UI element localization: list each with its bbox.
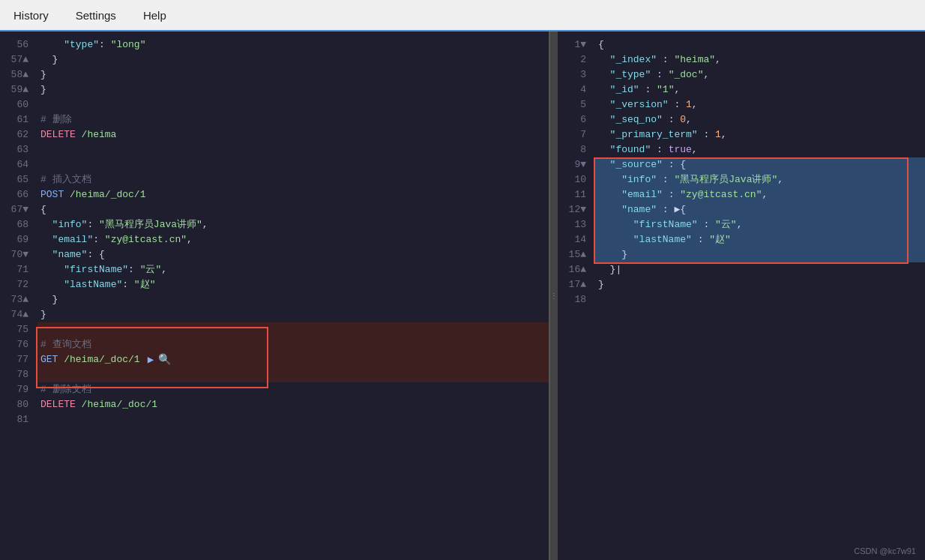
left-code-line-24: # 删除文档 — [37, 382, 549, 397]
right-code-line-5: "_version" : 1, — [595, 97, 925, 112]
right-line-num-9: 9▼ — [558, 157, 589, 172]
left-code-line-11: POST /heima/_doc/1 — [37, 187, 549, 202]
left-line-num-77: 77 — [0, 352, 31, 367]
left-code-view: 5657▲58▲59▲6061626364656667▼686970▼71727… — [0, 31, 549, 560]
right-line-num-2: 2 — [558, 52, 589, 67]
watermark: CSDN @kc7w91 — [854, 547, 916, 556]
right-code-line-11: "email" : "zy@itcast.cn", — [595, 187, 925, 202]
menu-help[interactable]: Help — [137, 6, 172, 25]
search-wrench-icon[interactable]: 🔍 — [158, 352, 171, 367]
right-line-num-12: 12▼ — [558, 202, 589, 217]
menu-bar: History Settings Help — [0, 0, 925, 31]
left-code-line-15: "name": { — [37, 247, 549, 262]
left-line-num-66: 66 — [0, 187, 31, 202]
right-line-num-11: 11 — [558, 187, 589, 202]
left-code-line-22: GET /heima/_doc/1▶🔍 — [37, 352, 549, 367]
panel-divider[interactable]: ⋮ — [550, 31, 558, 560]
left-panel: 5657▲58▲59▲6061626364656667▼686970▼71727… — [0, 31, 550, 560]
left-code-line-10: # 插入文档 — [37, 172, 549, 187]
left-line-num-78: 78 — [0, 367, 31, 382]
left-code-line-21: # 查询文档 — [37, 337, 549, 352]
left-line-num-67: 67▼ — [0, 202, 31, 217]
left-line-num-75: 75 — [0, 322, 31, 337]
right-line-num-13: 13 — [558, 217, 589, 232]
right-code-lines: { "_index" : "heima", "_type" : "_doc", … — [595, 31, 925, 560]
right-line-num-16: 16▲ — [558, 262, 589, 277]
right-code-line-10: "info" : "黑马程序员Java讲师", — [595, 172, 925, 187]
left-code-line-13: "info": "黑马程序员Java讲师", — [37, 217, 549, 232]
left-code-line-25: DELETE /heima/_doc/1 — [37, 397, 549, 412]
left-code-line-12: { — [37, 202, 549, 217]
left-line-num-69: 69 — [0, 232, 31, 247]
right-line-num-8: 8 — [558, 142, 589, 157]
right-code-line-17: } — [595, 277, 925, 292]
left-line-num-71: 71 — [0, 262, 31, 277]
left-line-num-63: 63 — [0, 142, 31, 157]
left-code-line-1: "type": "long" — [37, 37, 549, 52]
left-code-lines: "type": "long" }}}# 删除DELETE /heima# 插入文… — [37, 31, 549, 560]
menu-history[interactable]: History — [7, 6, 55, 25]
left-line-num-76: 76 — [0, 337, 31, 352]
left-line-num-61: 61 — [0, 112, 31, 127]
left-line-num-81: 81 — [0, 412, 31, 427]
right-line-num-7: 7 — [558, 127, 589, 142]
left-line-num-60: 60 — [0, 97, 31, 112]
menu-settings[interactable]: Settings — [70, 6, 122, 25]
left-code-line-7: DELETE /heima — [37, 127, 549, 142]
left-code-line-26 — [37, 412, 549, 427]
left-line-num-56: 56 — [0, 37, 31, 52]
left-code-line-6: # 删除 — [37, 112, 549, 127]
right-code-line-13: "firstName" : "云", — [595, 217, 925, 232]
right-line-num-1: 1▼ — [558, 37, 589, 52]
right-line-num-10: 10 — [558, 172, 589, 187]
left-code-line-20 — [37, 322, 549, 337]
left-line-num-65: 65 — [0, 172, 31, 187]
left-line-num-68: 68 — [0, 217, 31, 232]
right-code-line-15: } — [595, 247, 925, 262]
right-code-line-3: "_type" : "_doc", — [595, 67, 925, 82]
left-line-num-74: 74▲ — [0, 307, 31, 322]
right-code-line-2: "_index" : "heima", — [595, 52, 925, 67]
left-line-num-80: 80 — [0, 397, 31, 412]
left-code-line-16: "firstName": "云", — [37, 262, 549, 277]
right-line-num-14: 14 — [558, 232, 589, 247]
right-line-num-4: 4 — [558, 82, 589, 97]
run-icon[interactable]: ▶ — [148, 352, 154, 367]
left-code-line-19: } — [37, 307, 549, 322]
right-code-line-6: "_seq_no" : 0, — [595, 112, 925, 127]
right-code-line-8: "found" : true, — [595, 142, 925, 157]
left-code-line-23 — [37, 367, 549, 382]
right-code-line-9: "_source" : { — [595, 157, 925, 172]
left-line-num-73: 73▲ — [0, 292, 31, 307]
left-code-line-18: } — [37, 292, 549, 307]
left-code-line-17: "lastName": "赵" — [37, 277, 549, 292]
right-code-line-1: { — [595, 37, 925, 52]
right-line-num-5: 5 — [558, 97, 589, 112]
left-line-num-62: 62 — [0, 127, 31, 142]
left-line-num-79: 79 — [0, 382, 31, 397]
right-code-line-16: }| — [595, 262, 925, 277]
left-line-num-70: 70▼ — [0, 247, 31, 262]
left-line-num-58: 58▲ — [0, 67, 31, 82]
main-content: 5657▲58▲59▲6061626364656667▼686970▼71727… — [0, 31, 925, 560]
left-line-num-64: 64 — [0, 157, 31, 172]
left-code-line-4: } — [37, 82, 549, 97]
left-code-line-14: "email": "zy@itcast.cn", — [37, 232, 549, 247]
left-line-num-59: 59▲ — [0, 82, 31, 97]
left-code-line-5 — [37, 97, 549, 112]
right-line-num-3: 3 — [558, 67, 589, 82]
left-line-numbers: 5657▲58▲59▲6061626364656667▼686970▼71727… — [0, 31, 37, 560]
left-code-line-3: } — [37, 67, 549, 82]
right-line-num-6: 6 — [558, 112, 589, 127]
right-line-num-18: 18 — [558, 292, 589, 307]
right-code-line-4: "_id" : "1", — [595, 82, 925, 97]
right-panel: 1▼23456789▼101112▼131415▲16▲17▲18 { "_in… — [558, 31, 925, 560]
left-code-line-2: } — [37, 52, 549, 67]
left-line-num-57: 57▲ — [0, 52, 31, 67]
right-line-numbers: 1▼23456789▼101112▼131415▲16▲17▲18 — [558, 31, 595, 560]
right-code-line-12: "name" : ▶{ — [595, 202, 925, 217]
right-code-line-18 — [595, 292, 925, 307]
line-actions: ▶🔍 — [148, 352, 171, 367]
right-line-num-17: 17▲ — [558, 277, 589, 292]
right-code-view: 1▼23456789▼101112▼131415▲16▲17▲18 { "_in… — [558, 31, 925, 560]
